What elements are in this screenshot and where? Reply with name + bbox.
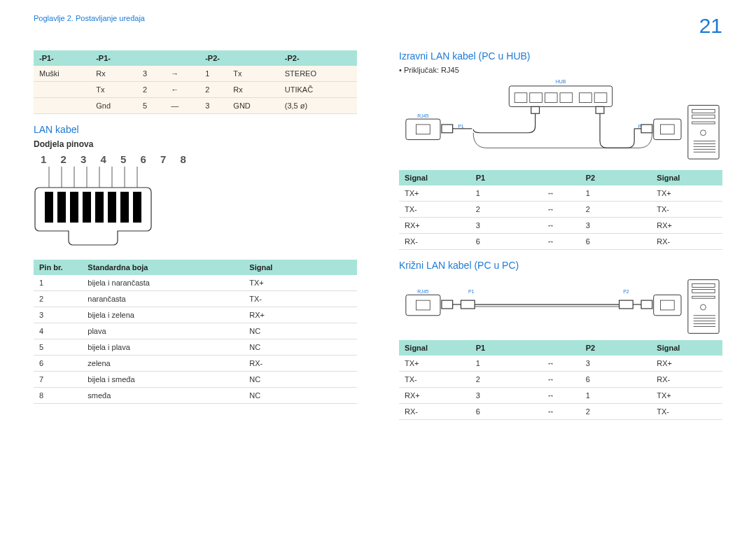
th: -P1- — [90, 50, 165, 66]
connector-bullet: Priključak: RJ45 — [399, 66, 722, 74]
svg-rect-16 — [509, 86, 612, 106]
table-row: RX-6↔6RX- — [399, 234, 722, 250]
pin-numbers: 1 2 3 4 5 6 7 8 — [41, 153, 357, 165]
svg-rect-8 — [45, 192, 53, 223]
rj45-port-icon — [654, 295, 681, 315]
section-title-lan: LAN kabel — [34, 124, 357, 135]
th — [165, 50, 200, 66]
cross-lan-table: Signal P1 P2 Signal TX+1↔3RX+ TX-2↔6RX- … — [399, 340, 722, 420]
svg-rect-10 — [70, 192, 78, 223]
table-row: Tx 2 ← 2 Rx UTIKAČ — [34, 82, 357, 98]
table-row: 8smeđaNC — [34, 388, 357, 404]
table-row: TX-2↔2TX- — [399, 202, 722, 218]
section-title-cross: Križni LAN kabel (PC u PC) — [399, 260, 722, 271]
rj45-connector-diagram: 1 2 3 4 5 6 7 8 — [34, 153, 357, 253]
svg-rect-59 — [442, 300, 453, 309]
right-column: Izravni LAN kabel (PC u HUB) Priključak:… — [399, 50, 722, 420]
pc-to-pc-diagram: RJ45 P1 P2 — [399, 275, 722, 338]
table-row: RX+3↔1TX+ — [399, 388, 722, 404]
table-row: 1bijela i narančastaTX+ — [34, 275, 357, 291]
table-row: 6zelenaRX- — [34, 356, 357, 372]
page-header: Poglavlje 2. Postavljanje uređaja 21 — [34, 14, 722, 38]
svg-text:RJ45: RJ45 — [417, 113, 428, 118]
svg-rect-12 — [95, 192, 104, 223]
th: -P2- — [279, 50, 357, 66]
table-row: 5bijela i plavaNC — [34, 339, 357, 356]
section-title-direct: Izravni LAN kabel (PC u HUB) — [399, 50, 722, 62]
svg-rect-42 — [596, 106, 604, 113]
svg-rect-49 — [688, 280, 719, 334]
rj45-port-icon — [654, 119, 681, 139]
svg-rect-14 — [120, 192, 129, 223]
direct-lan-table: Signal P1 P2 Signal TX+1↔1TX+ TX-2↔2TX- … — [399, 170, 722, 250]
table-row: 4plavaNC — [34, 323, 357, 339]
page-number: 21 — [699, 14, 722, 38]
svg-rect-13 — [108, 192, 116, 223]
table-row: Gnd 5 — 3 GND (3,5 ø) — [34, 98, 357, 114]
table-row: Muški Rx 3 → 1 Tx STEREO — [34, 66, 357, 82]
table-row: 2narančastaTX- — [34, 291, 357, 307]
svg-rect-9 — [57, 192, 66, 223]
table-row: TX+1↔1TX+ — [399, 185, 722, 202]
rj45-port-icon — [406, 295, 440, 315]
breadcrumb: Poglavlje 2. Postavljanje uređaja — [34, 14, 145, 22]
table-row: 3bijela i zelenaRX+ — [34, 307, 357, 323]
table-row: TX+1↔3RX+ — [399, 356, 722, 372]
left-column: -P1- -P1- -P2- -P2- Muški Rx 3 → 1 Tx ST… — [34, 50, 357, 420]
th: -P2- — [200, 50, 279, 66]
hub-connection-diagram: HUB P2 P1 RJ45 P1 P2 — [399, 77, 722, 168]
pin-color-table: Pin br. Standardna boja Signal 1bijela i… — [34, 260, 357, 404]
svg-rect-43 — [641, 125, 652, 133]
pc-tower-icon — [688, 105, 719, 159]
svg-text:P1: P1 — [458, 124, 464, 129]
svg-text:P1: P1 — [468, 289, 475, 294]
rj45-connector-icon — [34, 167, 174, 251]
stereo-table: -P1- -P1- -P2- -P2- Muški Rx 3 → 1 Tx ST… — [34, 50, 357, 114]
svg-rect-62 — [641, 300, 652, 309]
rj45-port-icon — [406, 119, 440, 139]
svg-rect-30 — [688, 105, 719, 159]
table-row: 7bijela i smeđaNC — [34, 372, 357, 388]
svg-rect-40 — [531, 106, 540, 113]
svg-text:P2: P2 — [623, 289, 629, 294]
table-row: RX+3↔3RX+ — [399, 218, 722, 234]
th: -P1- — [34, 50, 90, 66]
subtitle-pins: Dodjela pinova — [34, 139, 357, 149]
hub-label: HUB — [556, 79, 566, 84]
svg-rect-60 — [461, 300, 475, 309]
table-row: RX-6↔2TX- — [399, 404, 722, 420]
svg-rect-41 — [442, 125, 453, 133]
svg-text:RJ45: RJ45 — [417, 289, 428, 294]
pc-tower-icon — [688, 280, 719, 334]
svg-rect-15 — [133, 192, 141, 223]
svg-rect-11 — [83, 192, 91, 223]
svg-rect-61 — [620, 300, 634, 309]
table-row: TX-2↔6RX- — [399, 372, 722, 388]
